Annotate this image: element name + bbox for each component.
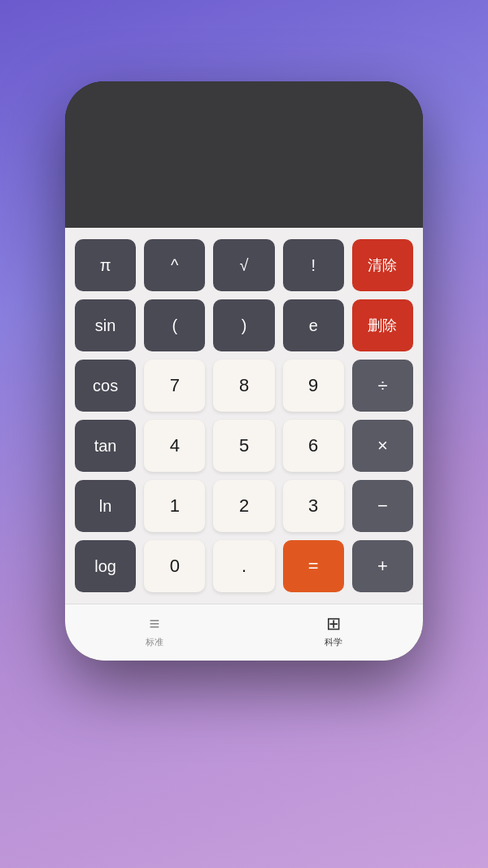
nine-key[interactable]: 9 bbox=[283, 360, 344, 412]
factorial-key[interactable]: ! bbox=[283, 239, 344, 291]
key-row: cos789÷ bbox=[75, 360, 413, 412]
sqrt-key[interactable]: √ bbox=[213, 239, 274, 291]
eight-key[interactable]: 8 bbox=[213, 360, 274, 412]
ln-key[interactable]: ln bbox=[75, 480, 136, 532]
decimal-key[interactable]: . bbox=[213, 540, 274, 592]
four-key[interactable]: 4 bbox=[144, 420, 205, 472]
e-key[interactable]: e bbox=[283, 299, 344, 351]
multiply-key[interactable]: × bbox=[352, 420, 413, 472]
standard-tab-icon: ≡ bbox=[150, 613, 160, 635]
calculator-display bbox=[65, 81, 423, 228]
open-paren-key[interactable]: ( bbox=[144, 299, 205, 351]
power-key[interactable]: ^ bbox=[144, 239, 205, 291]
tab-bar: ≡标准⊞科学 bbox=[65, 604, 423, 661]
subtract-key[interactable]: − bbox=[352, 480, 413, 532]
standard-tab[interactable]: ≡标准 bbox=[146, 613, 163, 648]
six-key[interactable]: 6 bbox=[283, 420, 344, 472]
seven-key[interactable]: 7 bbox=[144, 360, 205, 412]
three-key[interactable]: 3 bbox=[283, 480, 344, 532]
equals-key[interactable]: = bbox=[283, 540, 344, 592]
scientific-tab[interactable]: ⊞科学 bbox=[325, 613, 342, 648]
tan-key[interactable]: tan bbox=[75, 420, 136, 472]
key-row: ln123− bbox=[75, 480, 413, 532]
standard-tab-label: 标准 bbox=[146, 636, 163, 648]
close-paren-key[interactable]: ) bbox=[213, 299, 274, 351]
scientific-tab-icon: ⊞ bbox=[326, 613, 341, 635]
phone-frame: π^√!清除sin()e删除cos789÷tan456×ln123−log0.=… bbox=[65, 81, 423, 661]
key-row: log0.=+ bbox=[75, 540, 413, 592]
add-key[interactable]: + bbox=[352, 540, 413, 592]
key-row: tan456× bbox=[75, 420, 413, 472]
key-row: sin()e删除 bbox=[75, 299, 413, 351]
keypad: π^√!清除sin()e删除cos789÷tan456×ln123−log0.=… bbox=[65, 228, 423, 604]
cos-key[interactable]: cos bbox=[75, 360, 136, 412]
zero-key[interactable]: 0 bbox=[144, 540, 205, 592]
divide-key[interactable]: ÷ bbox=[352, 360, 413, 412]
pi-key[interactable]: π bbox=[75, 239, 136, 291]
clear-key[interactable]: 清除 bbox=[352, 239, 413, 291]
delete-key[interactable]: 删除 bbox=[352, 299, 413, 351]
key-row: π^√!清除 bbox=[75, 239, 413, 291]
scientific-tab-label: 科学 bbox=[325, 636, 342, 648]
one-key[interactable]: 1 bbox=[144, 480, 205, 532]
two-key[interactable]: 2 bbox=[213, 480, 274, 532]
log-key[interactable]: log bbox=[75, 540, 136, 592]
sin-key[interactable]: sin bbox=[75, 299, 136, 351]
five-key[interactable]: 5 bbox=[213, 420, 274, 472]
